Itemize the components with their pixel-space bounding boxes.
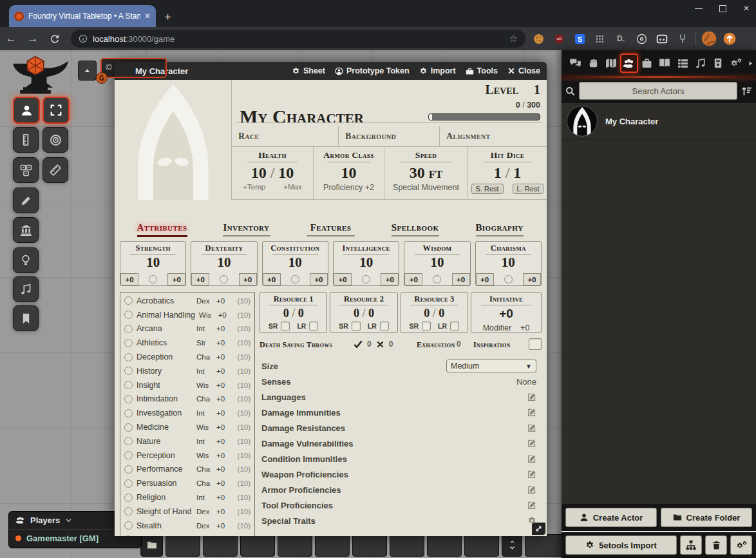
initiative-modifier-value[interactable]: +0 <box>520 323 529 332</box>
ublock-extension-icon[interactable]: uO <box>551 31 567 46</box>
skill-proficiency-radio[interactable] <box>124 535 133 536</box>
skill-proficiency-radio[interactable] <box>124 437 133 445</box>
tab-items[interactable] <box>638 53 656 73</box>
skill-row[interactable]: Athletics Str +0 (10) <box>124 336 250 350</box>
skill-row[interactable]: Perception Wis +0 (10) <box>124 448 250 463</box>
edit-icon[interactable] <box>527 454 536 463</box>
skill-name[interactable]: History <box>137 367 193 376</box>
exhaustion-value[interactable]: 0 <box>457 340 461 349</box>
eye-extension-icon[interactable] <box>634 31 649 46</box>
tab-biography[interactable]: Biography <box>457 222 542 237</box>
skill-proficiency-radio[interactable] <box>124 325 133 333</box>
inspiration-checkbox[interactable] <box>529 338 542 350</box>
macro-slot[interactable] <box>525 534 565 557</box>
macro-slot[interactable] <box>165 534 200 557</box>
create-folder-button[interactable]: Create Folder <box>661 508 752 527</box>
create-actor-button[interactable]: Create Actor <box>565 508 657 527</box>
sr-checkbox[interactable] <box>422 322 431 331</box>
skill-name[interactable]: Arcana <box>137 324 193 333</box>
skill-proficiency-radio[interactable] <box>124 465 133 474</box>
window-header[interactable]: My Character Sheet Prototype Token Impor… <box>115 62 547 80</box>
edit-icon[interactable] <box>527 423 536 432</box>
resource-block[interactable]: Resource 3 0 / 0 SR LR <box>401 292 468 333</box>
site-info-icon[interactable] <box>79 34 88 43</box>
ability-block[interactable]: Dexterity 10 +0 +0 <box>191 241 257 286</box>
skill-name[interactable]: Nature <box>137 437 193 446</box>
skill-name[interactable]: Stealth <box>137 521 193 530</box>
skill-proficiency-radio[interactable] <box>124 311 133 319</box>
lr-checkbox[interactable] <box>450 322 459 331</box>
macro-slot[interactable] <box>315 534 350 557</box>
skill-name[interactable]: Investigation <box>137 409 193 418</box>
ability-score[interactable]: 10 <box>217 255 231 270</box>
resource-value[interactable]: 0 / 0 <box>354 307 374 320</box>
ability-save[interactable]: +0 <box>452 273 470 285</box>
edit-icon[interactable] <box>527 485 536 494</box>
initiative-value[interactable]: +0 <box>499 307 513 321</box>
box-dots-extension-icon[interactable] <box>654 31 670 46</box>
save-proficiency-radio[interactable] <box>362 275 370 284</box>
delete-button[interactable] <box>705 535 727 555</box>
skill-name[interactable]: Animal Handling <box>137 311 195 320</box>
sidebar-collapse-button[interactable] <box>745 53 756 73</box>
ability-score[interactable]: 10 <box>430 255 444 270</box>
sheet-config-button[interactable]: Sheet <box>292 66 325 75</box>
ability-block[interactable]: Wisdom 10 +0 +0 <box>404 241 470 286</box>
resource-block[interactable]: Resource 2 0 / 0 SR LR <box>330 292 397 333</box>
resource-block[interactable]: Resource 1 0 / 0 SR LR <box>260 292 327 333</box>
resource-value[interactable]: 0 / 0 <box>283 307 304 320</box>
skill-name[interactable]: Intimidation <box>137 394 193 403</box>
tab-inventory[interactable]: Inventory <box>204 222 288 237</box>
hit-dice-block[interactable]: Hit Dice 1 / 1 S. Rest L. Rest <box>468 147 547 199</box>
skill-name[interactable]: Survival <box>137 535 193 536</box>
update-browser-icon[interactable] <box>722 31 737 46</box>
skill-proficiency-radio[interactable] <box>124 381 133 389</box>
health-value[interactable]: 10 / 10 <box>251 164 294 181</box>
ability-save[interactable]: +0 <box>381 273 399 285</box>
skill-proficiency-radio[interactable] <box>124 494 133 502</box>
actor-name[interactable]: My Character <box>605 117 658 126</box>
character-portrait[interactable] <box>115 80 232 200</box>
resource-label[interactable]: Resource 3 <box>414 294 454 304</box>
profile-avatar[interactable] <box>701 31 717 46</box>
save-proficiency-radio[interactable] <box>149 275 157 284</box>
save-proficiency-radio[interactable] <box>433 275 441 284</box>
temp-hp-field[interactable]: +Temp <box>243 183 265 191</box>
minimize-icon[interactable]: — <box>695 4 703 13</box>
skill-proficiency-radio[interactable] <box>124 479 133 488</box>
skill-name[interactable]: Sleight of Hand <box>137 507 193 516</box>
ability-block[interactable]: Strength 10 +0 +0 <box>120 241 186 286</box>
edit-icon[interactable] <box>527 470 536 479</box>
skill-row[interactable]: Animal Handling Wis +0 (10) <box>124 308 250 322</box>
ability-block[interactable]: Intelligence 10 +0 +0 <box>333 241 399 286</box>
browser-tab[interactable]: Foundry Virtual Tabletop • A Stan ✕ <box>9 5 156 27</box>
tool-select[interactable] <box>43 97 70 124</box>
edit-icon[interactable] <box>527 439 536 448</box>
tab-chat[interactable] <box>567 53 585 73</box>
speed-block[interactable]: Speed 30 ft Special Movement <box>384 147 468 199</box>
tab-close-icon[interactable]: ✕ <box>144 12 151 21</box>
tab-journal[interactable] <box>656 53 674 73</box>
tools-button[interactable]: Tools <box>466 66 498 75</box>
macro-folder-button[interactable] <box>140 534 163 557</box>
initiative-block[interactable]: Initiative +0 Modifier+0 <box>471 292 542 333</box>
skill-row[interactable]: Stealth Dex +0 (10) <box>124 519 250 533</box>
back-icon[interactable]: ← <box>0 32 22 45</box>
death-success-count[interactable]: 0 <box>367 340 372 349</box>
skill-row[interactable]: Insight Wis +0 (10) <box>124 378 250 392</box>
skill-row[interactable]: Deception Cha +0 (10) <box>124 350 250 364</box>
skill-name[interactable]: Deception <box>137 352 193 361</box>
death-saves-counters[interactable]: 0 0 <box>354 340 393 349</box>
ability-score[interactable]: 10 <box>146 255 160 270</box>
tab-actors[interactable] <box>620 53 638 73</box>
senses-row[interactable]: Senses None <box>261 374 542 389</box>
skill-row[interactable]: Acrobatics Dex +0 (10) <box>124 294 250 308</box>
skill-name[interactable]: Religion <box>137 493 193 502</box>
skill-proficiency-radio[interactable] <box>124 409 133 418</box>
ability-block[interactable]: Charisma 10 +0 +0 <box>475 241 542 286</box>
ability-save[interactable]: +0 <box>523 273 541 285</box>
macro-page-button[interactable] <box>502 534 522 557</box>
edit-icon[interactable] <box>527 392 536 401</box>
close-sheet-button[interactable]: Close <box>507 66 540 75</box>
skill-row[interactable]: Medicine Wis +0 (10) <box>124 420 250 434</box>
